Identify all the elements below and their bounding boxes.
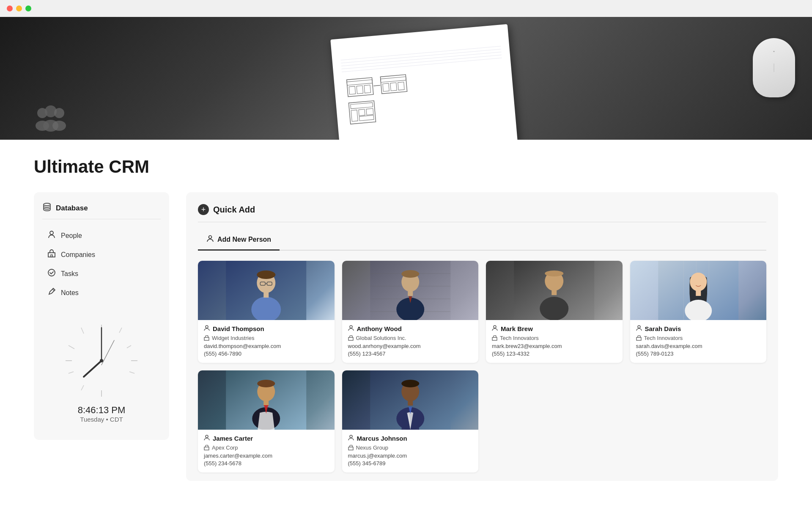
svg-point-21 [54,108,64,118]
svg-point-91 [401,380,419,387]
person-name-1: David Thompson [213,325,264,332]
person-phone-3: (555) 123-4332 [492,351,617,357]
right-panel: + Quick Add Add New Person [186,192,778,481]
person-card-1[interactable]: David Thompson Widget Industries david.t… [198,261,335,363]
quick-add-header: + Quick Add [198,204,766,222]
quick-add-label: Quick Add [213,205,255,215]
svg-rect-3 [357,86,363,94]
svg-point-60 [401,270,419,278]
person-name-row-4: Sarah Davis [636,325,761,332]
person-card-4[interactable]: Sarah Davis Tech Innovators sarah.davis@… [630,261,767,363]
sidebar-item-notes[interactable]: Notes [42,283,161,302]
svg-rect-8 [383,83,390,91]
clock-widget: 8:46:13 PM Tuesday • CDT [42,314,161,430]
company-icon-3 [492,335,497,341]
companies-icon [47,249,56,260]
person-company-name-4: Tech Innovators [644,335,683,341]
svg-line-32 [119,328,122,333]
person-company-name-5: Apex Corp [212,444,238,451]
svg-point-42 [100,359,103,362]
svg-point-49 [257,271,275,279]
svg-rect-6 [380,75,407,94]
person-phone-6: (555) 345-6789 [348,460,473,467]
clock-face [59,318,144,403]
sidebar-item-tasks[interactable]: Tasks [42,264,161,283]
svg-rect-10 [398,82,405,90]
company-icon-1 [204,335,209,341]
svg-line-5 [373,86,380,86]
svg-rect-12 [351,102,373,108]
svg-rect-81 [636,337,641,340]
svg-point-22 [52,121,66,131]
sidebar-item-people[interactable]: People [42,226,161,245]
minimize-button[interactable] [16,6,22,11]
person-phone-5: (555) 234-5678 [204,460,329,467]
database-icon [42,202,52,214]
svg-rect-79 [696,290,701,296]
person-name-3: Mark Brew [501,325,533,332]
person-name-6: Marcus Johnson [357,435,407,442]
person-icon-2 [348,325,354,332]
person-info-2: Anthony Wood Global Solutions Inc. wood.… [342,320,479,363]
person-card-6[interactable]: Marcus Johnson Nexus Group marcus.j@exam… [342,370,479,472]
svg-rect-64 [348,337,353,340]
person-card-5[interactable]: James Carter Apex Corp james.carter@exam… [198,370,335,472]
titlebar [0,0,812,17]
company-icon-4 [636,335,642,341]
person-photo-1 [198,261,335,320]
sidebar-item-companies-label: Companies [61,251,95,259]
person-name-5: James Carter [213,435,253,442]
tab-person-icon [206,235,214,244]
person-icon-5 [204,435,210,442]
person-info-6: Marcus Johnson Nexus Group marcus.j@exam… [342,430,479,472]
person-photo-2 [342,261,479,320]
person-name-row-5: James Carter [204,435,329,442]
svg-rect-51 [263,292,269,298]
page-title: Ultimate CRM [34,157,778,177]
person-name-row-3: Mark Brew [492,325,617,332]
svg-point-77 [690,273,707,291]
svg-line-37 [69,345,74,349]
person-grid: David Thompson Widget Industries david.t… [198,261,766,472]
person-name-2: Anthony Wood [357,325,402,332]
person-photo-3 [486,261,623,320]
person-photo-4 [630,261,767,320]
svg-rect-15 [359,115,374,121]
svg-point-43 [209,236,212,239]
person-email-6: marcus.j@example.com [348,453,473,459]
person-email-3: mark.brew23@example.com [492,343,617,349]
person-company-1: Widget Industries [204,335,329,341]
company-icon-2 [348,335,354,341]
person-email-1: david.thompson@example.com [204,343,329,349]
person-phone-4: (555) 789-0123 [636,351,761,357]
person-card-2[interactable]: Anthony Wood Global Solutions Inc. wood.… [342,261,479,363]
hero-banner [0,17,812,140]
person-company-name-3: Tech Innovators [500,335,539,341]
svg-point-87 [206,435,208,438]
person-name-row-2: Anthony Wood [348,325,473,332]
svg-line-36 [69,372,74,373]
database-label: Database [56,204,88,213]
clock-svg [59,318,144,403]
person-icon-1 [204,325,210,332]
svg-point-67 [545,271,563,276]
sidebar: Database People [34,192,169,440]
sidebar-item-notes-label: Notes [61,289,79,297]
person-photo-6 [342,370,479,430]
tab-add-person[interactable]: Add New Person [198,231,280,251]
person-phone-2: (555) 123-4567 [348,351,473,357]
content-layout: Database People [34,192,778,481]
mouse-decoration [753,38,795,97]
person-company-5: Apex Corp [204,444,329,451]
svg-rect-7 [381,77,406,82]
person-company-3: Tech Innovators [492,335,617,341]
sidebar-item-companies[interactable]: Companies [42,245,161,264]
notes-icon [47,287,56,298]
svg-line-39 [84,361,102,377]
svg-point-63 [350,326,352,328]
svg-rect-1 [347,80,372,85]
company-icon-5 [204,445,209,450]
close-button[interactable] [7,6,13,11]
person-card-3[interactable]: Mark Brew Tech Innovators mark.brew23@ex… [486,261,623,363]
maximize-button[interactable] [25,6,31,11]
